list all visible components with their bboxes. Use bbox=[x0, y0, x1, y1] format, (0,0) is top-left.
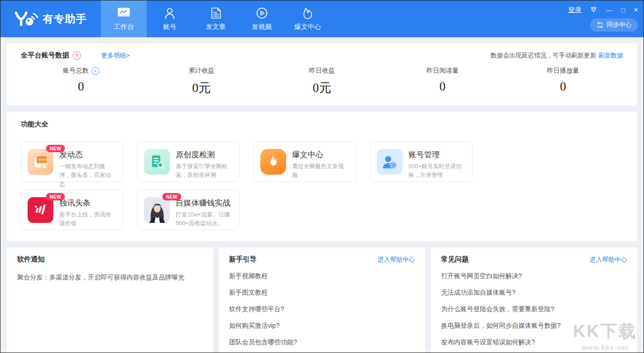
publish-video-icon bbox=[256, 6, 268, 19]
stat-total-revenue-value: 0元 bbox=[141, 80, 262, 96]
features-title: 功能大全 bbox=[21, 120, 623, 129]
originality-check-icon bbox=[144, 149, 170, 175]
stat-total-revenue-label: 累计收益 bbox=[189, 67, 214, 75]
faq-item[interactable]: 无法成功添加自媒体账号? bbox=[441, 289, 627, 297]
stat-yesterday-reads: 昨日阅读量 0 bbox=[382, 67, 503, 96]
card-desc: 囊括全网最热文章视频 bbox=[292, 162, 349, 180]
tab-publish-article[interactable]: 发文章 bbox=[193, 0, 239, 37]
stat-yesterday-revenue-value: 0元 bbox=[262, 80, 382, 96]
card-originality-check[interactable]: 原创度检测 基于搜索引擎全网检索，原创度评测 bbox=[137, 142, 240, 182]
workbench-icon bbox=[117, 6, 131, 19]
card-title: 爆文中心 bbox=[292, 149, 349, 160]
card-desc: 基于搜索引擎全网检索，原创度评测 bbox=[176, 162, 233, 180]
app-window: 有专助手 工作台 bbox=[0, 0, 644, 353]
card-duxun-toutiao[interactable]: NEW 独讯头条 新平台上线，资讯传递价值 bbox=[21, 190, 123, 230]
add-account-icon[interactable]: + bbox=[92, 67, 99, 75]
duxun-logo-icon bbox=[28, 197, 53, 223]
maximize-button[interactable]: □ bbox=[621, 7, 625, 13]
hot-article-icon bbox=[302, 6, 314, 19]
more-details-link[interactable]: 更多明细> bbox=[101, 51, 130, 60]
card-title: 原创度检测 bbox=[176, 149, 233, 160]
card-media-money-course[interactable]: NEW 自媒体赚钱实战 打造10w+流量。日赚500+ bbox=[137, 190, 240, 230]
guide-panel: 新手引导 进入帮助中心 新手视频教程 新手图文教程 软件支持哪些平台? 如何购买… bbox=[219, 247, 425, 353]
tab-account-label: 账号 bbox=[163, 23, 177, 31]
features-panel: 功能大全 NEW news bbox=[7, 112, 637, 241]
stat-total-accounts-label: 账号总数 bbox=[63, 67, 89, 75]
app-logo: 有专助手 bbox=[0, 0, 101, 37]
sync-center-button[interactable]: 同步中心 bbox=[590, 18, 638, 32]
guide-item[interactable]: 软件支持哪些平台? bbox=[229, 305, 415, 313]
bottom-row: 软件通知 聚合分发：多渠道分发，开启即可获得内容收益及品牌曝光 新手引导 进入帮… bbox=[7, 247, 637, 353]
refresh-data-link[interactable]: 刷新数据 bbox=[598, 51, 623, 60]
faq-panel-title: 常见问题 bbox=[441, 255, 469, 264]
tab-publish-article-label: 发文章 bbox=[206, 23, 226, 31]
new-badge: NEW bbox=[46, 145, 65, 152]
tab-hot-article-label: 爆文中心 bbox=[294, 23, 321, 31]
stats-panel: 全平台账号数据 ? 更多明细> 数据会出现延迟情况，可手动刷新更新 刷新数据 账… bbox=[7, 43, 637, 106]
stat-total-accounts: 账号总数 + 0 bbox=[21, 67, 141, 96]
card-desc: 新平台上线，资讯传递价值 bbox=[59, 211, 116, 228]
faq-panel: 常见问题 进入帮助中心 打开账号网页空白如何解决? 无法成功添加自媒体账号? 为… bbox=[431, 247, 637, 353]
card-hot-article-center[interactable]: 爆文中心 囊括全网最热文章视频 bbox=[253, 142, 356, 182]
new-badge: NEW bbox=[46, 193, 65, 200]
tab-account[interactable]: 账号 bbox=[147, 0, 193, 37]
stat-yesterday-revenue: 昨日收益 0元 bbox=[262, 67, 382, 96]
faq-item[interactable]: 打开账号网页空白如何解决? bbox=[441, 272, 627, 280]
stat-total-accounts-value: 0 bbox=[21, 80, 141, 94]
account-manage-icon bbox=[377, 149, 402, 175]
stats-row: 账号总数 + 0 累计收益 0元 昨日收益 0元 昨日阅读量 0 bbox=[21, 67, 623, 96]
faq-item[interactable]: 为什么账号登陆会失效，需要重新登陆? bbox=[441, 305, 627, 313]
help-icon[interactable]: ? bbox=[73, 51, 81, 60]
stats-panel-title: 全平台账号数据 bbox=[21, 51, 69, 60]
guide-item[interactable]: 新手图文教程 bbox=[229, 289, 415, 297]
notice-panel: 软件通知 聚合分发：多渠道分发，开启即可获得内容收益及品牌曝光 bbox=[7, 247, 213, 353]
navbar-right: 登录 — □ × bbox=[568, 6, 638, 32]
sync-icon bbox=[597, 22, 604, 28]
card-desc: 打造10w+流量。日赚500+高收益玩法。 bbox=[176, 211, 233, 228]
window-controls: 登录 — □ × bbox=[568, 6, 638, 14]
navbar: 有专助手 工作台 bbox=[0, 0, 644, 37]
tab-workbench-label: 工作台 bbox=[114, 23, 134, 31]
tab-publish-video[interactable]: 发视频 bbox=[239, 0, 285, 37]
stat-yesterday-plays-label: 昨日播放量 bbox=[547, 67, 579, 75]
guide-item[interactable]: 团队会员包含哪些功能? bbox=[229, 338, 415, 347]
card-post-moments[interactable]: NEW news 发动态 一键发布动态到微博，微头条，百 bbox=[21, 142, 123, 182]
stat-yesterday-revenue-label: 昨日收益 bbox=[309, 67, 335, 75]
news-icon: news bbox=[28, 149, 53, 175]
app-title: 有专助手 bbox=[43, 12, 87, 26]
dropdown-triangle-icon[interactable] bbox=[590, 7, 597, 13]
guide-item[interactable]: 如何购买激活vip? bbox=[229, 322, 415, 330]
login-link[interactable]: 登录 bbox=[568, 6, 581, 14]
tab-hot-article[interactable]: 爆文中心 bbox=[285, 0, 331, 37]
main-nav: 工作台 账号 发文章 bbox=[101, 0, 331, 37]
faq-help-center-link[interactable]: 进入帮助中心 bbox=[590, 256, 627, 264]
faq-item[interactable]: 发布内容账号设置错误如何解决? bbox=[441, 338, 627, 347]
tab-publish-video-label: 发视频 bbox=[252, 23, 272, 31]
card-account-manage[interactable]: 账号管理 500+账号实时登录切换，方便管理 bbox=[370, 142, 472, 182]
publish-article-icon bbox=[210, 6, 222, 19]
card-title: 账号管理 bbox=[408, 149, 466, 160]
minimize-button[interactable]: — bbox=[606, 7, 612, 13]
card-title: 自媒体赚钱实战 bbox=[176, 198, 233, 208]
card-title: 发动态 bbox=[59, 149, 116, 160]
main-content: 全平台账号数据 ? 更多明细> 数据会出现延迟情况，可手动刷新更新 刷新数据 账… bbox=[0, 37, 644, 353]
faq-item[interactable]: 换电脑登录后，如何同步自媒体账号数据? bbox=[441, 322, 627, 330]
tab-workbench[interactable]: 工作台 bbox=[101, 0, 147, 37]
new-badge: NEW bbox=[162, 193, 181, 200]
notice-panel-title: 软件通知 bbox=[17, 255, 45, 264]
flame-icon bbox=[260, 149, 286, 175]
close-button[interactable]: × bbox=[634, 6, 638, 14]
svg-text:news: news bbox=[38, 157, 48, 162]
course-avatar bbox=[144, 197, 170, 223]
refresh-note: 数据会出现延迟情况，可手动刷新更新 bbox=[491, 51, 597, 60]
guide-item[interactable]: 新手视频教程 bbox=[229, 272, 415, 280]
feature-cards: NEW news 发动态 一键发布动态到微博，微头条，百 bbox=[21, 142, 623, 230]
card-desc: 500+账号实时登录切换，方便管理 bbox=[408, 162, 466, 180]
stat-yesterday-reads-label: 昨日阅读量 bbox=[426, 67, 459, 75]
notice-text: 聚合分发：多渠道分发，开启即可获得内容收益及品牌曝光 bbox=[17, 273, 203, 282]
guide-panel-title: 新手引导 bbox=[229, 255, 257, 264]
card-title: 独讯头条 bbox=[59, 198, 116, 208]
stat-yesterday-reads-value: 0 bbox=[382, 80, 503, 94]
guide-help-center-link[interactable]: 进入帮助中心 bbox=[378, 256, 415, 264]
stat-total-revenue: 累计收益 0元 bbox=[141, 67, 262, 96]
